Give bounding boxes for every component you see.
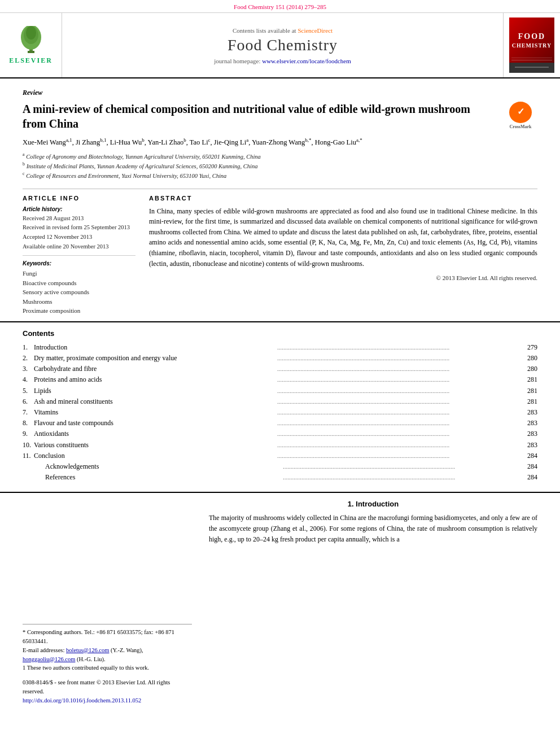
intro-number: 1. [348,500,356,508]
toc-dots: ........................................… [277,397,518,407]
toc-dots: ........................................… [277,353,518,364]
citation-text: Food Chemistry 151 (2014) 279–285 [234,3,326,10]
toc-page-number: 280 [520,353,537,364]
toc-page-number: 283 [520,440,537,451]
toc-item: 2.Dry matter, proximate composition and … [23,353,537,364]
journal-title: Food Chemistry [228,36,338,54]
equal-contrib-note: 1 These two authors contributed equally … [23,663,192,672]
keyword-item: Fungi [23,269,135,278]
toc-dots: ........................................… [277,375,518,385]
toc-dots: ........................................… [277,418,518,429]
toc-label: Ash and mineral constituents [34,396,275,407]
article-info-heading: ARTICLE INFO [23,195,135,202]
homepage-url[interactable]: www.elsevier.com/locate/foodchem [262,58,351,64]
affiliation-a: a College of Agronomy and Biotechnology,… [23,151,537,161]
toc-number: 4. [23,374,34,385]
toc-item: 11.Conclusion...........................… [23,451,537,461]
received-date: Received 28 August 2013 [23,215,135,223]
body-section: * Corresponding authors. Tel.: +86 871 6… [0,492,560,705]
toc-number: 9. [23,429,34,439]
body-col-right: 1. Introduction The majority of mushroom… [209,500,537,705]
history-label: Article history: [23,206,135,212]
sciencedirect-link[interactable]: Contents lists available at ScienceDirec… [233,27,333,34]
affiliations: a College of Agronomy and Biotechnology,… [23,151,537,181]
toc-dots: ........................................… [283,473,518,483]
toc-number: 5. [23,386,34,396]
authors-line: Xue-Mei Wanga,1, Ji Zhangb,1, Li-Hua Wub… [23,137,537,148]
affiliation-c: c College of Resources and Environment, … [23,171,537,180]
intro-paragraph: The majority of mushrooms widely collect… [209,513,537,544]
fc-logo-bottom-bar [509,63,554,73]
toc-page-number: 283 [520,407,537,418]
toc-dots: ........................................… [277,364,518,374]
copyright-text: © 2013 Elsevier Ltd. All rights reserved… [149,274,537,281]
toc-number: 11. [23,451,34,461]
toc-page-number: 280 [520,364,537,374]
sciencedirect-prefix: Contents lists available at [233,27,296,34]
article-info-abstract-section: ARTICLE INFO Article history: Received 2… [23,189,537,316]
toc-page-number: 284 [520,461,537,472]
journal-info-area: Contents lists available at ScienceDirec… [62,13,504,77]
journal-homepage: journal homepage: www.elsevier.com/locat… [214,58,351,64]
article-type: Review [23,89,537,97]
journal-header: ELSEVIER Contents lists available at Sci… [0,13,560,78]
toc-label: Carbohydrate and fibre [34,364,275,374]
toc-label: Acknowledgements [45,461,281,472]
article-title: A mini-review of chemical composition an… [23,102,537,131]
toc-item: References..............................… [23,472,537,483]
toc-label: Dry matter, proximate composition and en… [34,353,275,364]
toc-page-number: 281 [520,396,537,407]
email1-link[interactable]: boletus@126.com [66,647,109,653]
toc-item: 1.Introduction..........................… [23,342,537,353]
elsevier-brand: ELSEVIER [9,56,53,65]
elsevier-tree-icon [14,26,48,54]
email1-name: (Y.-Z. Wang), [111,647,143,653]
toc-number: 1. [23,342,34,353]
toc-label: Vitamins [34,407,275,418]
contents-heading: Contents [23,329,537,338]
toc-number: 6. [23,396,34,407]
journal-logo-area: FOOD CHEMISTRY [504,13,560,77]
keywords-label: Keywords: [23,260,135,267]
toc-item: 6.Ash and mineral constituents..........… [23,396,537,407]
toc-dots: ........................................… [277,440,518,451]
toc-item: 9.Antioxidants..........................… [23,429,537,439]
svg-rect-4 [28,51,34,53]
email2-name: (H.-G. Liu). [77,656,106,662]
title-text: A mini-review of chemical composition an… [23,103,470,130]
toc-item: 7.Vitamins..............................… [23,407,537,418]
toc-number: 10. [23,440,34,451]
email2-link[interactable]: honggaoliu@126.com [23,656,75,662]
doi-link-area[interactable]: http://dx.doi.org/10.1016/j.foodchem.201… [23,696,192,705]
keyword-item: Bioactive compounds [23,278,135,288]
abstract-text: In China, many species of edible wild-gr… [149,206,537,269]
toc-page-number: 281 [520,374,537,385]
article-body: Review A mini-review of chemical composi… [0,78,560,316]
toc-item: 5.Lipids................................… [23,386,537,396]
toc-label: Antioxidants [34,429,275,439]
toc-label: Proteins and amino acids [34,374,275,385]
toc-dots: ........................................… [277,451,518,461]
toc-dots: ........................................… [277,386,518,396]
publisher-logo-area: ELSEVIER [0,13,62,77]
svg-point-3 [26,26,36,40]
food-chemistry-logo: FOOD CHEMISTRY [509,18,554,63]
bottom-copyright: 0308-8146/$ - see front matter © 2013 El… [23,678,192,705]
toc-page-number: 284 [520,472,537,483]
fc-logo-food: FOOD [518,32,545,41]
doi-link[interactable]: http://dx.doi.org/10.1016/j.foodchem.201… [23,697,141,704]
toc-page-number: 283 [520,418,537,429]
keyword-item: Proximate composition [23,306,135,316]
corresponding-note: * Corresponding authors. Tel.: +86 871 6… [23,628,192,646]
toc-page-number: 283 [520,429,537,439]
crossmark-badge[interactable]: ✓ CrossMark [504,102,537,130]
toc-page-number: 279 [520,342,537,353]
article-info-column: ARTICLE INFO Article history: Received 2… [23,195,135,316]
keyword-item: Sensory active compounds [23,287,135,297]
accepted-date: Accepted 12 November 2013 [23,233,135,242]
sciencedirect-anchor[interactable]: ScienceDirect [298,27,333,34]
body-two-col: * Corresponding authors. Tel.: +86 871 6… [23,500,537,705]
toc-item: 10.Various constituents.................… [23,440,537,451]
toc-page-number: 284 [520,451,537,461]
citation-bar: Food Chemistry 151 (2014) 279–285 [0,0,560,13]
